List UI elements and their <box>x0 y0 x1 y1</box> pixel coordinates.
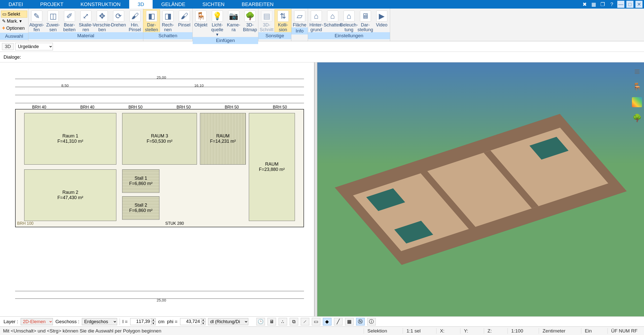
tree-icon[interactable]: 🌳 <box>632 113 642 123</box>
layer-view-select[interactable]: Urgelände <box>15 43 53 50</box>
status-z: Z: <box>484 328 495 334</box>
einfuegen-3dbitmap[interactable]: 🌳3D-Bitmap <box>242 10 258 32</box>
ribbon-group-sonstige: ▤3D-Schnitt ⇅Kolli-sion Sonstige <box>258 9 291 41</box>
tab-bearbeiten[interactable]: BEARBEITEN <box>233 0 282 9</box>
copy-icon[interactable]: ⧉ <box>290 318 298 325</box>
sonstige-kollision[interactable]: ⇅Kolli-sion <box>275 10 291 32</box>
status-hint: Mit <Umschalt> und <Strg> können Sie die… <box>3 328 161 334</box>
info-icon[interactable]: ⓘ <box>367 318 376 325</box>
view-badge-3d: 3D <box>2 43 14 50</box>
einst-hintergrund[interactable]: ⌂Hinter-grund <box>308 10 324 32</box>
monitor-icon[interactable]: 🖥 <box>267 318 276 325</box>
tab-3d[interactable]: 3D <box>129 0 153 9</box>
l-input[interactable] <box>130 318 151 325</box>
stall2-name: Stall 2 <box>134 203 147 208</box>
maximize-icon[interactable]: □ <box>626 1 633 8</box>
layers-icon[interactable]: ≣ <box>632 66 642 76</box>
palette-icon[interactable]: ▦ <box>632 97 642 107</box>
shape-icon[interactable]: ◆ <box>323 318 331 325</box>
close-icon[interactable]: ✕ <box>635 1 642 8</box>
status-y: Y: <box>460 328 472 334</box>
page-icon[interactable]: ▭ <box>312 318 320 325</box>
ribbon-group-einfuegen: 🪑Objekt 💡Licht-quelle ▾ 📷Kame-ra 🌳3D-Bit… <box>193 9 258 41</box>
settings-icon[interactable]: ▦ <box>590 1 597 8</box>
l-up[interactable]: ▲ <box>151 318 156 322</box>
material-drehen[interactable]: ⟳Drehen <box>110 10 127 27</box>
ribbon-group-einstellungen: ⌂Hinter-grund ⌂Schatten ⌂Beleuch-tung 🖥D… <box>308 9 390 41</box>
minimize-icon[interactable]: — <box>617 1 624 8</box>
param-bar: Layer : 2D-Elemen Geschoss : Erdgeschos … <box>0 316 644 326</box>
material-skalieren[interactable]: ⤢Skalie-ren <box>78 10 94 32</box>
stall2-area: F=6,860 m² <box>129 208 153 213</box>
material-verschieben[interactable]: ✥Verschie-ben <box>94 10 110 32</box>
line-icon[interactable]: ╱ <box>334 318 343 325</box>
material-zuweisen[interactable]: ◫Zuwei-sen <box>45 10 61 32</box>
schatten-pinsel[interactable]: 🖌Pinsel <box>176 10 192 27</box>
workarea: 25,00 8,50 16,10 Raum 1 F=41,310 m² Raum… <box>0 62 644 316</box>
schatten-rechnen[interactable]: ◨Rech-nen <box>160 10 176 32</box>
status-on: Ein <box>581 328 595 334</box>
mode-select[interactable]: dl (Richtung/Di <box>208 318 248 325</box>
window-icon[interactable]: ❐ <box>599 1 606 8</box>
einfuegen-lichtquelle[interactable]: 💡Licht-quelle ▾ <box>209 10 225 37</box>
status-mode: Selektion <box>364 328 391 334</box>
tab-gelaende[interactable]: GELÄNDE <box>153 0 194 9</box>
clock-icon[interactable]: 🕒 <box>256 318 265 325</box>
dim-total-top: 25,00 <box>157 75 166 80</box>
tool-icon[interactable]: ✖ <box>581 1 588 8</box>
grid-icon[interactable]: ▦ <box>345 318 354 325</box>
l-label: l = <box>122 319 128 324</box>
status-flags: ÜF NUM RF <box>607 328 641 334</box>
eraser-icon[interactable]: ⟋ <box>301 318 309 325</box>
einst-schatten[interactable]: ⌂Schatten <box>324 10 341 27</box>
selekt-button[interactable]: ▭Selekt <box>1 11 27 18</box>
einst-darstellung[interactable]: 🖥Dar-stellung <box>357 10 374 32</box>
group-icon[interactable]: ⛬ <box>279 318 287 325</box>
layer-select[interactable]: 2D-Elemen <box>21 318 53 325</box>
phi-input[interactable] <box>180 318 201 325</box>
einst-video[interactable]: ▶Video <box>374 10 390 27</box>
einfuegen-objekt[interactable]: 🪑Objekt <box>193 10 209 27</box>
stuk-label: STUK 280 <box>165 221 184 226</box>
status-sel: 1:1 sel <box>403 328 424 334</box>
tab-konstruktion[interactable]: KONSTRUKTION <box>72 0 129 9</box>
view-3d[interactable]: ≣ 🪑 ▦ 🌳 <box>317 62 644 316</box>
phi-up[interactable]: ▲ <box>201 318 206 322</box>
ribbon-group-material: ✎Abgrei-fen ◫Zuwei-sen ✐Bear-beiten ⤢Ska… <box>28 9 143 41</box>
l-down[interactable]: ▼ <box>151 322 156 325</box>
view-splitter[interactable] <box>314 62 317 316</box>
tab-datei[interactable]: DATEI <box>0 0 31 9</box>
status-x: X: <box>436 328 448 334</box>
material-abgreifen[interactable]: ✎Abgrei-fen <box>28 10 45 32</box>
dialog-bar: Dialoge: <box>0 52 644 62</box>
ribbon-group-info: ▱Fläche Info <box>291 9 308 41</box>
dim-row1-left: 8,50 <box>61 83 69 88</box>
plan-outline: Raum 1 F=41,310 m² Raum 2 F=47,430 m² RA… <box>15 109 304 227</box>
brh-1: BRH 40 <box>80 105 94 109</box>
material-bearbeiten[interactable]: ✐Bear-beiten <box>61 10 78 32</box>
brh-5: BRH 50 <box>273 105 287 109</box>
brh100-label: BRH 100 <box>17 221 33 226</box>
info-flaeche[interactable]: ▱Fläche <box>291 10 308 27</box>
plan-2d-view[interactable]: 25,00 8,50 16,10 Raum 1 F=41,310 m² Raum… <box>0 62 314 316</box>
help-icon[interactable]: ? <box>608 1 615 8</box>
einst-beleuchtung[interactable]: ⌂Beleuch-tung <box>341 10 357 32</box>
material-hinpinsel[interactable]: 🖌Hin. Pinsel <box>127 10 143 32</box>
schatten-darstellen[interactable]: ◧Dar-stellen <box>143 10 160 32</box>
optionen-button[interactable]: +Optionen <box>1 25 27 32</box>
group-title-info: Info <box>291 27 308 34</box>
geschoss-select[interactable]: Erdgeschos <box>82 318 117 325</box>
group-title-schatten: Schatten <box>143 32 192 39</box>
dialoge-label: Dialoge: <box>0 54 21 60</box>
mark-dropdown[interactable]: ✎Mark. ▾ <box>1 18 27 25</box>
north-icon[interactable]: Ⓝ <box>356 318 365 325</box>
room2-name: Raum 2 <box>62 190 78 195</box>
tab-sichten[interactable]: SICHTEN <box>194 0 233 9</box>
furniture-icon[interactable]: 🪑 <box>632 82 642 92</box>
tab-projekt[interactable]: PROJEKT <box>31 0 72 9</box>
brh-0: BRH 40 <box>32 105 46 109</box>
einfuegen-kamera[interactable]: 📷Kame-ra <box>225 10 242 32</box>
ribbon-group-auswahl: ▭Selekt ✎Mark. ▾ +Optionen Auswahl <box>0 9 28 41</box>
sonstige-3dschnitt[interactable]: ▤3D-Schnitt <box>258 10 275 32</box>
phi-down[interactable]: ▼ <box>201 322 206 325</box>
